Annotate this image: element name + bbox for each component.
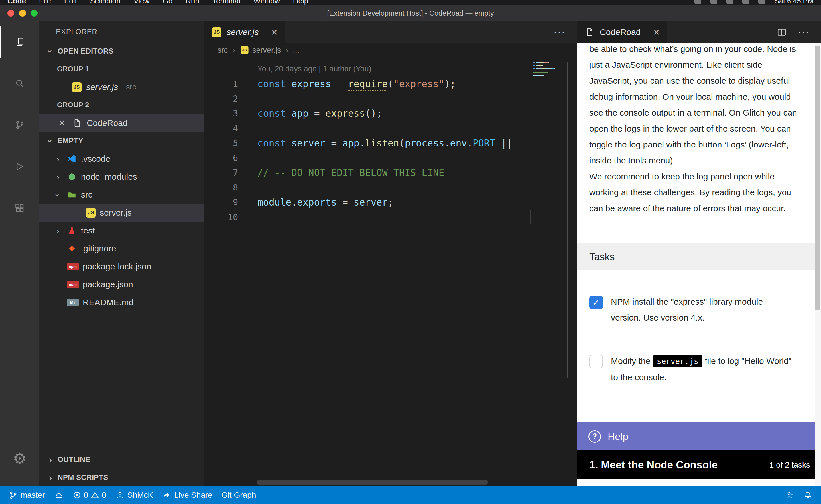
tree-item--vscode[interactable]: ›.vscode xyxy=(39,150,204,168)
menu-code[interactable]: Code xyxy=(7,0,26,5)
workspace-root-header[interactable]: ›EMPTY xyxy=(39,132,204,150)
menu-go[interactable]: Go xyxy=(163,0,173,5)
menu-window[interactable]: Window xyxy=(254,0,280,5)
breadcrumb-item[interactable]: JSserver.js xyxy=(240,45,281,55)
menu-view[interactable]: View xyxy=(134,0,150,5)
zoom-window-button[interactable] xyxy=(31,10,38,17)
open-editor-server-js[interactable]: JSserver.jssrc xyxy=(39,78,204,96)
line-number[interactable]: 4 xyxy=(204,123,242,133)
activity-run-and-debug[interactable] xyxy=(0,146,39,187)
line-number[interactable]: 5 xyxy=(204,138,242,148)
chevron-right-icon[interactable]: › xyxy=(53,154,63,164)
activity-explorer[interactable] xyxy=(0,21,39,63)
code-line-3[interactable]: 3const app = express(); xyxy=(204,106,531,121)
menubar-status-icon[interactable] xyxy=(742,0,749,4)
activity-settings[interactable]: ⚙ xyxy=(0,438,39,480)
close-tab-icon[interactable]: × xyxy=(271,27,277,38)
code-editor[interactable]: You, 20 days ago | 1 author (You)1const … xyxy=(204,57,577,486)
activity-extensions[interactable] xyxy=(0,187,39,229)
status-git-graph[interactable]: Git Graph xyxy=(217,486,261,504)
status-icon[interactable] xyxy=(50,486,68,504)
code-line-2[interactable]: 2 xyxy=(204,91,531,106)
status-person-add[interactable] xyxy=(781,486,799,504)
line-number[interactable]: 2 xyxy=(204,94,242,104)
panel-scrollbar[interactable] xyxy=(815,43,821,486)
close-tab-icon[interactable]: × xyxy=(653,27,659,38)
task-checkbox-checked[interactable]: ✓ xyxy=(589,296,603,309)
menu-help[interactable]: Help xyxy=(293,0,308,5)
menubar-status-icon[interactable] xyxy=(726,0,733,4)
minimap[interactable] xyxy=(532,62,559,79)
line-number[interactable]: 10 xyxy=(204,212,242,222)
breadcrumb-item[interactable]: ... xyxy=(293,46,300,55)
chevron-right-icon[interactable]: › xyxy=(53,226,63,235)
chevron-down-icon[interactable]: › xyxy=(53,190,63,200)
section-npm-scripts[interactable]: ›NPM SCRIPTS xyxy=(39,468,204,486)
chevron-down-icon[interactable]: › xyxy=(46,46,55,56)
open-editors-header[interactable]: ›OPEN EDITORS xyxy=(39,42,204,60)
status-shmck[interactable]: ShMcK xyxy=(111,486,158,504)
code-line-9[interactable]: 9module.exports = server; xyxy=(204,195,531,210)
line-number[interactable]: 8 xyxy=(204,183,242,192)
tree-item-package-lock-json[interactable]: npmpackage-lock.json xyxy=(39,257,204,275)
close-editor-icon[interactable]: × xyxy=(56,118,67,128)
code-line-4[interactable]: 4 xyxy=(204,121,531,136)
menu-selection[interactable]: Selection xyxy=(90,0,120,5)
chevron-right-icon[interactable]: › xyxy=(46,473,55,482)
breadcrumb-item[interactable]: src xyxy=(218,46,228,55)
activity-source-control[interactable] xyxy=(0,104,39,146)
tree-item-readme-md[interactable]: M↓README.md xyxy=(39,293,204,311)
code-text: const server = app.listen(process.env.PO… xyxy=(242,138,512,149)
lesson-footer: 1. Meet the Node Console 1 of 2 tasks xyxy=(577,450,821,479)
tree-item-server-js[interactable]: JSserver.js xyxy=(39,204,204,222)
code-line-7[interactable]: 7// -- DO NOT EDIT BELOW THIS LINE xyxy=(204,165,531,180)
menubar-status-icon[interactable] xyxy=(758,0,765,4)
code-line-10[interactable]: 10 xyxy=(204,210,531,224)
tree-item-node-modules[interactable]: ›node_modules xyxy=(39,168,204,186)
editor-more-actions-icon[interactable]: ⋯ xyxy=(553,26,566,38)
tab-server-js[interactable]: JSserver.js× xyxy=(204,21,285,43)
status-live-share[interactable]: Live Share xyxy=(158,486,217,504)
tree-item-src[interactable]: ›src xyxy=(39,186,204,204)
section-outline[interactable]: ›OUTLINE xyxy=(39,450,204,468)
menubar-status-icon[interactable] xyxy=(695,0,701,4)
window-titlebar[interactable]: [Extension Development Host] - CodeRoad … xyxy=(0,5,821,21)
activity-search[interactable] xyxy=(0,63,39,104)
line-number[interactable]: 3 xyxy=(204,108,242,118)
line-number[interactable]: 6 xyxy=(204,153,242,163)
chevron-right-icon[interactable]: › xyxy=(46,455,55,464)
menubar-status-icon[interactable] xyxy=(710,0,717,4)
help-section-toggle[interactable]: ? Help xyxy=(577,422,821,450)
split-editor-icon[interactable] xyxy=(777,27,787,37)
close-window-button[interactable] xyxy=(7,10,14,17)
status-bell[interactable] xyxy=(799,486,817,504)
menu-terminal[interactable]: Terminal xyxy=(213,0,240,5)
line-number[interactable]: 7 xyxy=(204,168,242,178)
code-line-1[interactable]: 1const express = require("express"); xyxy=(204,76,531,91)
open-editor-coderoad[interactable]: ×CodeRoad xyxy=(39,114,204,132)
chevron-down-icon[interactable]: › xyxy=(46,136,55,146)
code-line-5[interactable]: 5const server = app.listen(process.env.P… xyxy=(204,136,531,150)
menu-file[interactable]: File xyxy=(39,0,51,5)
tab-coderoad[interactable]: CodeRoad× xyxy=(577,21,667,43)
editor-vertical-scrollbar[interactable] xyxy=(567,62,568,378)
section-label: OUTLINE xyxy=(58,455,90,464)
editor-horizontal-scrollbar[interactable] xyxy=(257,480,488,485)
panel-more-actions-icon[interactable]: ⋯ xyxy=(798,26,810,38)
tree-item-package-json[interactable]: npmpackage.json xyxy=(39,275,204,293)
line-number[interactable]: 1 xyxy=(204,79,242,89)
code-line-8[interactable]: 8 xyxy=(204,180,531,195)
chevron-right-icon[interactable]: › xyxy=(53,172,63,182)
minimize-window-button[interactable] xyxy=(19,10,26,17)
status-problems[interactable]: 00 xyxy=(68,486,111,504)
menu-edit[interactable]: Edit xyxy=(64,0,77,5)
task-checkbox-unchecked[interactable] xyxy=(589,355,603,368)
line-number[interactable]: 9 xyxy=(204,197,242,207)
status-master[interactable]: master xyxy=(4,486,50,504)
tree-item-test[interactable]: ›test xyxy=(39,222,204,239)
open-editor-detail: src xyxy=(126,83,136,91)
menu-run[interactable]: Run xyxy=(185,0,199,5)
tree-item--gitignore[interactable]: .gitignore xyxy=(39,239,204,257)
panel-scrollbar-thumb[interactable] xyxy=(815,46,820,310)
code-line-6[interactable]: 6 xyxy=(204,150,531,165)
